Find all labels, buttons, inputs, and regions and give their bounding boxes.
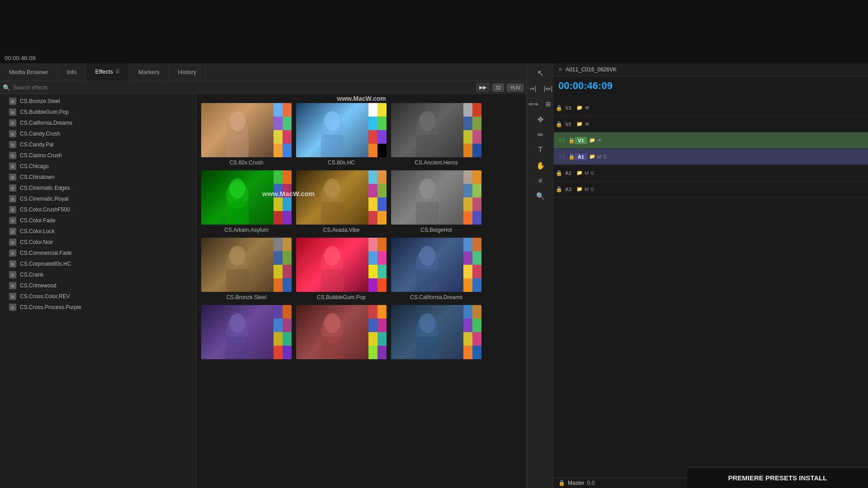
list-item[interactable]: ▤ CS.Crank (0, 269, 196, 280)
tab-history[interactable]: History (169, 63, 206, 81)
track-lock-v1[interactable]: 🔒 (568, 137, 575, 144)
rate-stretch-icon[interactable]: ⇒⇒ (526, 98, 540, 110)
preset-icon: ▤ (9, 163, 16, 170)
rolling-tool-icon[interactable]: |⇔| (541, 82, 556, 95)
list-item[interactable]: ▤ CS.Casino.Crush (0, 150, 196, 161)
search-input[interactable] (13, 84, 473, 91)
track-label-v3: V3 (562, 104, 575, 112)
grid-row: CS.60s.Crush (201, 103, 522, 166)
list-item[interactable]: ▤ CS.Commercial.Fade (0, 248, 196, 258)
cross-tool-icon[interactable]: # (533, 174, 548, 187)
grid-item-beige-hot[interactable]: CS.BeigeHot (391, 170, 481, 233)
grid-item-label: CS.BubbleGum.Pop (317, 294, 366, 300)
track-s-a1[interactable]: S (603, 154, 606, 160)
track-m-a1[interactable]: M (597, 154, 601, 160)
list-item[interactable]: ▤ CS.Cinematic.Edges (0, 183, 196, 193)
track-eye-v1[interactable]: 👁 (597, 137, 603, 144)
track-eye-v3[interactable]: 👁 (585, 105, 590, 111)
master-lock[interactable]: 🔒 (558, 480, 565, 486)
svg-point-16 (419, 178, 435, 198)
grid-item-california-dreams[interactable]: CS.California.Dreams (391, 238, 481, 300)
list-item[interactable]: ▤ CS.Cinematic.Royal (0, 193, 196, 204)
list-item[interactable]: ▤ CS.Cross.Process.Purple (0, 302, 196, 313)
grid-item-avada-vibe[interactable]: CS.Avada.Vibe (296, 170, 387, 233)
grid-item-80s-hc[interactable]: CS.80s.HC (296, 103, 387, 166)
track-s-a2[interactable]: S (590, 170, 594, 176)
grid-item-bubblegum-pop[interactable]: CS.BubbleGum.Pop (296, 238, 387, 300)
preset-icon: ▤ (9, 271, 16, 278)
svg-rect-35 (416, 337, 439, 359)
list-item[interactable]: ▤ CS.Chicago (0, 161, 196, 172)
grid-item-bottom3[interactable] (391, 305, 481, 361)
accelerate-button[interactable]: ▶▶ (476, 83, 490, 92)
list-item[interactable]: ▤ CS.Color.Fade (0, 215, 196, 226)
preset-icon: ▤ (9, 206, 16, 213)
track-folder-a1[interactable]: 📁 (589, 154, 595, 160)
hand-tool-icon[interactable]: ✋ (533, 159, 548, 172)
far-right-panel: × A011_C016_0626VK 00:00:46:09 🔒 V3 📁 👁 … (554, 63, 868, 488)
grid-item-60s-crush[interactable]: CS.60s.Crush (201, 103, 292, 166)
list-item[interactable]: ▤ CS.Color.Lock (0, 226, 196, 237)
track-icons-a3: 📁 M S (576, 186, 594, 192)
zoom-tool-icon[interactable]: 🔍 (533, 190, 548, 202)
list-item[interactable]: ▤ CS.Cross.Color.REV (0, 291, 196, 302)
grid-item-label: CS.60s.Crush (230, 160, 264, 166)
track-folder-v2[interactable]: 📁 (576, 121, 583, 127)
tab-markers[interactable]: Markers (129, 63, 169, 81)
track-lock-a1[interactable]: 🔒 (568, 154, 575, 160)
svg-rect-29 (226, 337, 249, 359)
list-item[interactable]: ▤ CS.Crimewood (0, 280, 196, 291)
track-label-a1: A1 (575, 153, 587, 160)
list-item[interactable]: ▤ CS.Chinatown (0, 172, 196, 183)
track-folder-v3[interactable]: 📁 (576, 105, 583, 111)
track-folder-v1[interactable]: 📁 (589, 137, 595, 143)
timecode-top: 00:00:46:09 (5, 55, 36, 61)
move-tool-icon[interactable]: ✥ (533, 113, 548, 126)
track-lock-v2[interactable]: 🔒 (556, 121, 562, 127)
list-item[interactable]: ▤ CS.California.Dreams (0, 117, 196, 128)
selection-tool-icon[interactable]: ↖ (533, 67, 548, 80)
track-m-a2[interactable]: M (585, 170, 589, 176)
track-lock-a2[interactable]: 🔒 (556, 170, 562, 176)
pen-tool-icon[interactable]: ✏ (533, 128, 548, 141)
close-clip-button[interactable]: × (558, 66, 562, 73)
preset-icon: ▤ (9, 217, 16, 224)
grid-item-bronze-steel[interactable]: CS.Bronze.Steel (201, 238, 292, 300)
tab-info[interactable]: Info (58, 63, 86, 81)
track-folder-a3[interactable]: 📁 (576, 186, 583, 192)
track-m-a3[interactable]: M (585, 187, 589, 192)
grid-thumb (296, 103, 387, 157)
track-lock-a3[interactable]: 🔒 (556, 186, 562, 192)
grid-item-arkam-asylum[interactable]: CS.Arkam.Asylum (201, 170, 292, 233)
panel-content: ▤ CS.Bronze.Steel ▤ CS.BubbleGum.Pop ▤ C… (0, 94, 526, 488)
preset-icon: ▤ (9, 130, 16, 137)
slip-tool-icon[interactable]: ⊞ (541, 98, 556, 110)
list-item[interactable]: ▤ CS.Color.CrushF500 (0, 204, 196, 215)
track-s-a3[interactable]: S (590, 187, 594, 192)
svg-point-28 (229, 313, 245, 333)
svg-rect-14 (321, 202, 344, 225)
grid-item-bottom2[interactable] (296, 305, 387, 361)
list-item[interactable]: ▤ CS.Bronze.Steel (0, 96, 196, 107)
search-icon: 🔍 (3, 84, 10, 91)
track-eye-v2[interactable]: 👁 (585, 121, 590, 127)
list-item[interactable]: ▤ CS.Candy.Crush (0, 128, 196, 139)
list-item[interactable]: ▤ CS.BubbleGum.Pop (0, 107, 196, 117)
list-item[interactable]: ▤ CS.Color.Noir (0, 237, 196, 248)
badge-yuv: YUV (507, 84, 524, 92)
grid-item-bottom1[interactable] (201, 305, 292, 361)
svg-point-19 (229, 246, 245, 266)
list-item[interactable]: ▤ CS.Candy.Pal (0, 139, 196, 150)
track-lock-v3[interactable]: 🔒 (556, 105, 562, 111)
tab-media-browser[interactable]: Media Browser (0, 63, 58, 81)
track-folder-a2[interactable]: 📁 (576, 170, 583, 176)
type-tool-icon[interactable]: T (533, 144, 548, 156)
track-row-v1: V1 🔒 V1 📁 👁 (554, 132, 868, 149)
left-panel: Media Browser Info Effects ☰ Markers His… (0, 63, 527, 488)
clip-name-label: A011_C016_0626VK (566, 66, 617, 73)
grid-item-label: CS.Ancient.Heros (415, 160, 458, 166)
grid-item-ancient-heros[interactable]: CS.Ancient.Heros (391, 103, 481, 166)
ripple-tool-icon[interactable]: ⇒| (526, 82, 540, 95)
list-item[interactable]: ▤ CS.Corproate80s.HC (0, 258, 196, 269)
tab-effects[interactable]: Effects ☰ (86, 63, 129, 81)
